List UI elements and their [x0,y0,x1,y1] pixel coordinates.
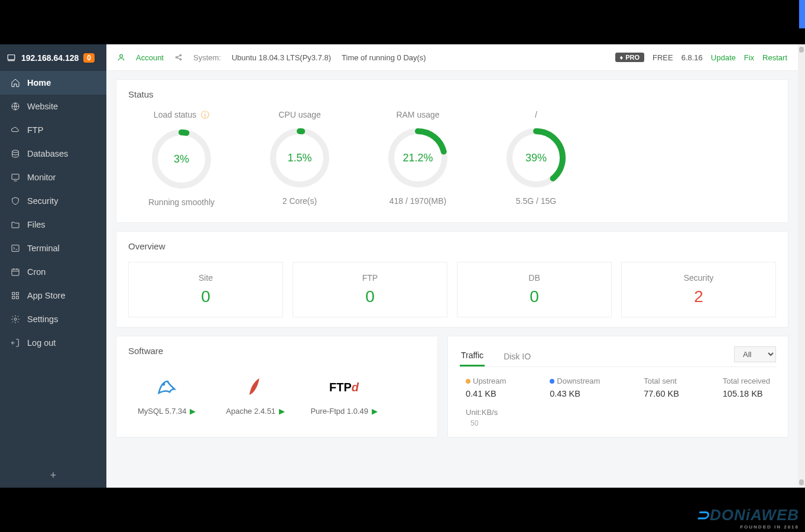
nav-log-out[interactable]: Log out [0,331,106,355]
svg-point-2 [12,150,19,153]
ov-label: Security [622,273,775,283]
nav-files[interactable]: Files [0,213,106,236]
ov-label: Site [129,273,283,283]
grid-icon [11,291,20,300]
fix-link[interactable]: Fix [744,53,754,62]
svg-rect-4 [12,245,19,252]
restart-link[interactable]: Restart [762,53,787,62]
topbar: Account System: Ubuntu 18.04.3 LTS(Py3.7… [106,44,798,71]
stat-upstream: Upstream0.41 KB [466,377,506,398]
software-icon [128,372,205,402]
nav-settings[interactable]: Settings [0,307,106,331]
gauge-title: RAM usage [371,110,465,119]
server-ip: 192.168.64.128 [21,53,79,63]
gauge-sub: Running smoothly [134,197,229,207]
version: 6.8.16 [681,53,703,62]
play-icon: ▶ [277,407,285,416]
software-name: Pure-Ftpd 1.0.49 ▶ [306,407,382,416]
ov-label: DB [457,273,611,283]
pro-badge[interactable]: ♦ PRO [615,53,644,62]
ov-value: 0 [293,287,447,306]
interface-selector[interactable]: All [734,346,776,362]
svg-point-13 [180,54,181,56]
svg-point-23 [163,384,164,385]
nav-label: App Store [27,291,66,300]
play-icon: ▶ [188,407,196,416]
nav-security[interactable]: Security [0,189,106,213]
svg-rect-9 [16,296,18,299]
monitor-icon [11,173,20,182]
software-icon: FTPd [306,372,382,402]
unit-label: Unit:KB/s [460,408,776,417]
gauge--[interactable]: /39%5.5G / 15G [489,110,583,207]
browser-selection-sliver [799,0,805,28]
play-icon: ▶ [369,407,378,416]
svg-point-14 [180,59,181,60]
svg-rect-6 [12,293,15,295]
svg-rect-5 [12,269,19,275]
nav-terminal[interactable]: Terminal [0,236,106,260]
gauge-ram-usage[interactable]: RAM usage21.2%418 / 1970(MB) [371,110,465,207]
watermark: ⊃DONiAWEB FOUNDED IN 2018 [696,506,799,530]
scroll-up-arrow[interactable] [799,47,804,53]
software-icon [217,372,294,402]
cloud-icon [11,125,20,135]
notification-badge[interactable]: 0 [83,53,95,63]
nav-label: Cron [27,267,46,277]
gauge-load-status[interactable]: Load status ⓘ3%Running smoothly [134,110,229,207]
software-mysql[interactable]: MySQL 5.7.34 ▶ [128,372,205,416]
tab-traffic[interactable]: Traffic [460,346,485,366]
nav-monitor[interactable]: Monitor [0,166,106,189]
folder-icon [11,220,20,229]
svg-point-10 [14,318,17,320]
svg-point-12 [176,57,177,58]
update-link[interactable]: Update [711,53,736,62]
sidebar: 192.168.64.128 0 HomeWebsiteFTPDatabases… [0,44,106,488]
software-name: MySQL 5.7.34 ▶ [128,407,205,416]
nav-app-store[interactable]: App Store [0,284,106,307]
gauge-value: 39% [504,125,569,190]
monitor-icon [6,54,17,62]
ov-value: 0 [457,287,611,306]
gauge-cpu-usage[interactable]: CPU usage1.5%2 Core(s) [252,110,347,207]
system-value: Ubuntu 18.04.3 LTS(Py3.7.8) [232,53,331,62]
nav-cron[interactable]: Cron [0,260,106,284]
nav-label: Files [27,220,46,229]
gauge-title: CPU usage [252,110,347,119]
home-icon [11,78,20,87]
scroll-down-arrow[interactable] [799,479,804,485]
nav-home[interactable]: Home [0,71,106,95]
overview-site[interactable]: Site0 [128,262,283,317]
software-pure-ftpd[interactable]: FTPdPure-Ftpd 1.0.49 ▶ [306,372,382,416]
user-icon [117,53,125,61]
legend-dot [550,379,554,384]
uptime: Time of running 0 Day(s) [342,53,426,62]
nav-website[interactable]: Website [0,95,106,118]
overview-ftp[interactable]: FTP0 [293,262,447,317]
globe-icon [11,102,20,111]
ov-label: FTP [293,273,447,283]
add-panel-button[interactable]: + [0,463,106,488]
svg-rect-3 [12,174,19,180]
stat-downstream: Downstream0.43 KB [550,377,600,398]
overview-security[interactable]: Security2 [621,262,776,317]
share-icon [174,53,183,61]
vertical-scrollbar[interactable] [798,44,805,488]
software-apache[interactable]: Apache 2.4.51 ▶ [217,372,294,416]
nav-ftp[interactable]: FTP [0,118,106,142]
account-link[interactable]: Account [136,53,164,62]
gauge-title: Load status ⓘ [134,110,229,121]
y-tick: 50 [460,419,776,427]
svg-rect-8 [12,296,15,299]
gauge-title: / [489,110,583,119]
help-icon[interactable]: ⓘ [199,110,209,119]
svg-point-11 [120,54,123,57]
overview-db[interactable]: DB0 [457,262,612,317]
overview-heading: Overview [128,241,776,251]
legend-dot [466,379,470,384]
nav-label: FTP [27,125,43,135]
nav-databases[interactable]: Databases [0,142,106,166]
software-heading: Software [128,346,426,356]
tab-diskio[interactable]: Disk IO [502,347,532,366]
nav-label: Monitor [27,173,56,182]
